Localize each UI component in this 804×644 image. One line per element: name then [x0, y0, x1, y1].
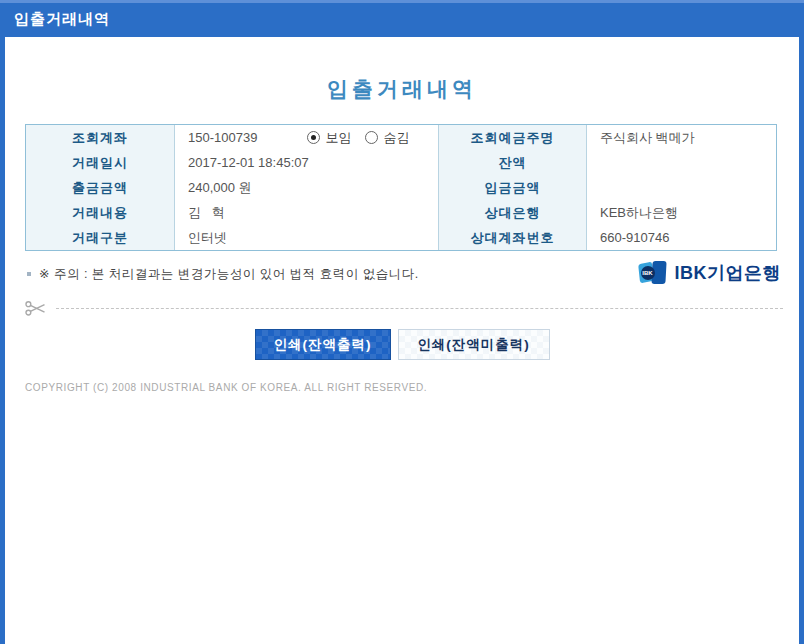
value-transaction-type: 인터넷: [175, 225, 439, 250]
value-deposit-amount: [587, 175, 776, 200]
bullet-square: [27, 272, 31, 276]
notice-text: ※ 주의 : 본 처리결과는 변경가능성이 있어 법적 효력이 없습니다.: [39, 266, 419, 283]
bank-name: IBK기업은행: [675, 261, 782, 285]
transaction-table: 조회계좌 150-100739 보임 숨김 조회예금주명 주식회사 백메가 거래…: [25, 124, 777, 251]
label-counterpart-account: 상대계좌번호: [439, 225, 587, 250]
radio-show[interactable]: [307, 131, 320, 144]
radio-hide[interactable]: [365, 131, 378, 144]
value-transaction-description: 김 혁: [175, 200, 439, 225]
value-counterpart-account: 660-910746: [587, 225, 776, 250]
ibk-logo-icon: IBK: [638, 259, 671, 287]
label-deposit-amount: 입금금액: [439, 175, 587, 200]
cut-line: [25, 299, 783, 317]
label-transaction-description: 거래내용: [26, 200, 175, 225]
button-row: 인쇄(잔액출력) 인쇄(잔액미출력): [5, 329, 799, 360]
screen: 입출거래내역 입출거래내역 조회계좌 150-100739 보임 숨김 조회예금…: [0, 0, 804, 644]
value-holder-name: 주식회사 백메가: [587, 125, 776, 150]
dashed-line: [56, 308, 783, 309]
ibk-logo-circle: IBK: [641, 266, 655, 280]
window-title: 입출거래내역: [14, 10, 110, 29]
label-transaction-datetime: 거래일시: [26, 150, 175, 175]
account-number: 150-100739: [188, 130, 257, 145]
ibk-logo: IBK IBK기업은행: [638, 259, 782, 287]
value-withdrawal-amount: 240,000 원: [175, 175, 439, 200]
radio-show-label[interactable]: 보임: [325, 129, 351, 147]
page-title: 입출거래내역: [5, 75, 799, 103]
value-counterpart-bank: KEB하나은행: [587, 200, 776, 225]
label-transaction-type: 거래구분: [26, 225, 175, 250]
value-transaction-datetime: 2017-12-01 18:45:07: [175, 150, 439, 175]
account-visibility-radios: 보임 숨김: [307, 129, 423, 147]
label-withdrawal-amount: 출금금액: [26, 175, 175, 200]
label-counterpart-bank: 상대은행: [439, 200, 587, 225]
label-balance: 잔액: [439, 150, 587, 175]
label-holder-name: 조회예금주명: [439, 125, 587, 150]
value-balance: [587, 150, 776, 175]
radio-hide-label[interactable]: 숨김: [383, 129, 409, 147]
account-value-cell: 150-100739 보임 숨김: [175, 125, 439, 150]
print-with-balance-button[interactable]: 인쇄(잔액출력): [255, 329, 391, 360]
top-header-bar: 입출거래내역: [0, 0, 804, 37]
scissors-icon: [25, 300, 47, 317]
label-account: 조회계좌: [26, 125, 175, 150]
print-without-balance-button[interactable]: 인쇄(잔액미출력): [398, 329, 550, 360]
content-panel: 입출거래내역 조회계좌 150-100739 보임 숨김 조회예금주명 주식회사…: [5, 37, 799, 644]
notice-row: ※ 주의 : 본 처리결과는 변경가능성이 있어 법적 효력이 없습니다. IB…: [25, 259, 781, 295]
copyright: COPYRIGHT (C) 2008 INDUSTRIAL BANK OF KO…: [25, 382, 427, 393]
